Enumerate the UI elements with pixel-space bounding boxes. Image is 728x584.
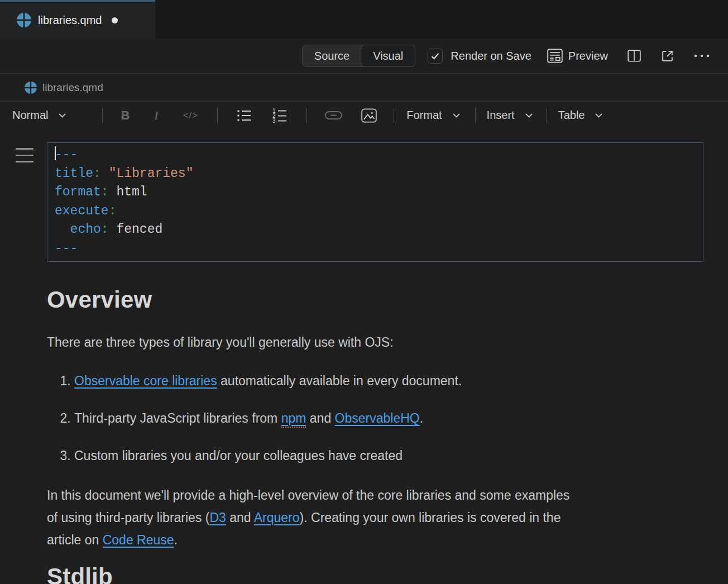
text-run: and xyxy=(226,510,254,525)
yaml-line: format: html xyxy=(55,183,696,202)
editor-tab-libraries-qmd[interactable]: libraries.qmd xyxy=(0,0,155,39)
bullet-list-button[interactable] xyxy=(237,109,252,122)
yaml-line: --- xyxy=(55,146,696,165)
check-icon xyxy=(430,52,440,60)
visual-mode-button[interactable]: Visual xyxy=(361,45,415,67)
hamburger-icon xyxy=(16,161,33,162)
preview-icon xyxy=(547,49,563,63)
text-run: : xyxy=(109,204,117,218)
toolbar-separator xyxy=(102,108,103,123)
text-run: --- xyxy=(55,147,78,162)
document-editor[interactable]: --- title: "Libraries" format: html exec… xyxy=(0,129,728,584)
svg-text:3: 3 xyxy=(272,118,276,123)
heading-stdlib: Stdlib xyxy=(47,563,703,584)
chevron-down-icon xyxy=(595,113,603,118)
text-run: article on xyxy=(47,533,103,547)
render-on-save-control[interactable]: Render on Save xyxy=(428,49,531,64)
text-run: Custom libraries you and/or your colleag… xyxy=(74,448,403,463)
text-run: "Libraries" xyxy=(101,166,194,181)
text-run: ). Creating your own libraries is covere… xyxy=(300,510,561,525)
text-run: fenced xyxy=(109,222,163,237)
doc-link[interactable]: D3 xyxy=(209,510,226,525)
text-run: format xyxy=(55,185,101,199)
render-on-save-label: Render on Save xyxy=(451,50,531,63)
ellipsis-icon xyxy=(693,54,710,58)
text-run: : xyxy=(101,222,109,237)
italic-icon: I xyxy=(154,108,158,123)
doc-link[interactable]: ObservableHQ xyxy=(335,411,420,425)
format-toolbar: Normal B I </> xyxy=(0,101,728,129)
preview-button[interactable]: Preview xyxy=(547,49,608,63)
insert-dropdown-label: Insert xyxy=(487,109,515,122)
yaml-line: --- xyxy=(55,240,696,259)
chevron-down-icon xyxy=(58,113,66,118)
toolbar-separator xyxy=(306,108,307,123)
text-run: html xyxy=(109,185,147,199)
open-external-button[interactable] xyxy=(660,49,674,63)
italic-button[interactable]: I xyxy=(154,108,158,123)
list-item: Custom libraries you and/or your colleag… xyxy=(74,447,703,465)
numbered-list-icon: 1 2 3 xyxy=(272,108,288,123)
text-run xyxy=(55,222,70,237)
editor-header: Source Visual Render on Save xyxy=(0,39,728,73)
list-item: Third-party JavaScript libraries from np… xyxy=(74,409,703,428)
quarto-visual-editor-window: libraries.qmd Source Visual Render on Sa… xyxy=(0,0,728,584)
quarto-file-icon xyxy=(17,13,31,27)
doc-link[interactable]: Arquero xyxy=(254,510,300,525)
breadcrumb: libraries.qmd xyxy=(0,73,728,101)
text-run: Third-party JavaScript libraries from xyxy=(74,411,281,425)
yaml-line: execute: xyxy=(55,202,696,221)
text-run: : xyxy=(93,166,101,181)
text-run: : xyxy=(101,185,109,199)
insert-dropdown[interactable]: Insert xyxy=(487,109,533,122)
numbered-list-button[interactable]: 1 2 3 xyxy=(272,108,288,123)
text-run: --- xyxy=(55,241,78,256)
render-on-save-checkbox[interactable] xyxy=(428,49,443,64)
code-button[interactable]: </> xyxy=(183,110,199,121)
quarto-file-icon xyxy=(25,82,37,94)
text-run: execute xyxy=(55,204,109,218)
source-mode-button[interactable]: Source xyxy=(303,45,361,66)
yaml-line: title: "Libraries" xyxy=(55,165,696,184)
toolbar-separator xyxy=(547,108,547,123)
image-icon xyxy=(361,108,377,123)
toolbar-separator xyxy=(217,108,218,123)
toolbar-separator xyxy=(394,108,394,123)
split-editor-icon xyxy=(627,49,641,63)
hamburger-icon xyxy=(16,148,33,150)
tab-bar: libraries.qmd xyxy=(0,0,728,39)
toolbar-separator xyxy=(475,108,476,123)
modified-indicator-dot[interactable] xyxy=(112,17,118,23)
link-button[interactable] xyxy=(325,111,342,119)
block-menu-handle[interactable] xyxy=(16,148,33,167)
code-icon: </> xyxy=(183,110,199,121)
paragraph-style-dropdown[interactable]: Normal xyxy=(12,109,66,122)
bullet-list-icon xyxy=(237,109,252,122)
bold-button[interactable]: B xyxy=(121,108,130,123)
bold-icon: B xyxy=(121,108,130,123)
table-dropdown-label: Table xyxy=(558,109,585,122)
breadcrumb-file[interactable]: libraries.qmd xyxy=(42,82,103,94)
preview-label: Preview xyxy=(568,50,608,63)
heading-overview: Overview xyxy=(47,286,703,313)
doc-link[interactable]: Observable core libraries xyxy=(74,374,217,388)
source-visual-toggle: Source Visual xyxy=(302,45,416,67)
more-actions-button[interactable] xyxy=(693,54,710,58)
intro-paragraph: There are three types of library you'll … xyxy=(47,333,703,352)
doc-link[interactable]: npm xyxy=(281,411,306,428)
chevron-down-icon xyxy=(525,113,533,118)
chevron-down-icon xyxy=(452,113,461,118)
format-dropdown[interactable]: Format xyxy=(406,109,460,122)
yaml-metadata-block[interactable]: --- title: "Libraries" format: html exec… xyxy=(47,142,703,262)
text-run: . xyxy=(174,533,178,547)
hamburger-icon xyxy=(16,155,33,156)
table-dropdown[interactable]: Table xyxy=(558,109,604,122)
text-run: . xyxy=(420,411,423,425)
open-external-icon xyxy=(660,49,674,63)
yaml-line: echo: fenced xyxy=(55,221,696,240)
text-run: echo xyxy=(70,222,101,237)
split-editor-button[interactable] xyxy=(627,49,641,63)
doc-link[interactable]: Code Reuse xyxy=(103,533,174,547)
link-icon xyxy=(325,111,342,119)
image-button[interactable] xyxy=(361,108,377,123)
